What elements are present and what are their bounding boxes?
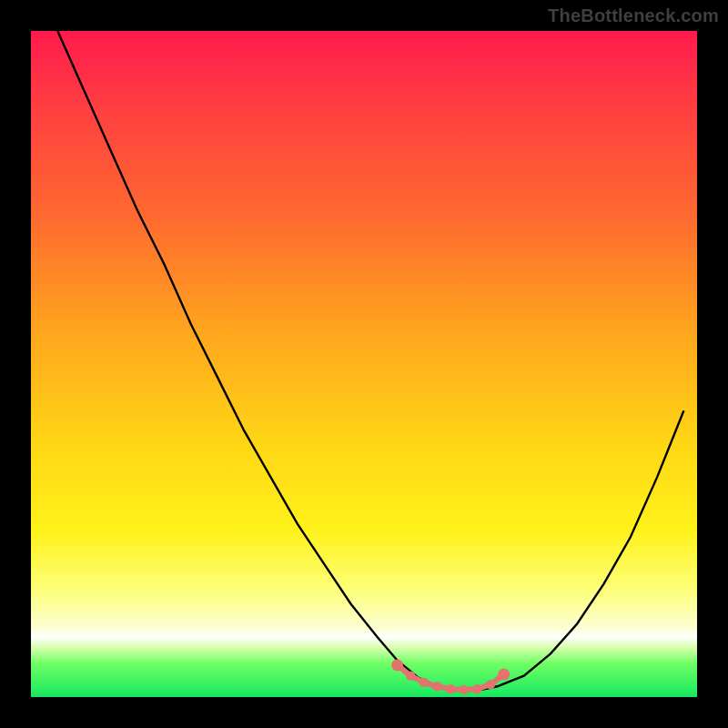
chart-frame: TheBottleneck.com [0, 0, 728, 728]
watermark-text: TheBottleneck.com [548, 5, 719, 26]
chart-overlay [31, 31, 697, 697]
bottleneck-curve [57, 31, 683, 691]
